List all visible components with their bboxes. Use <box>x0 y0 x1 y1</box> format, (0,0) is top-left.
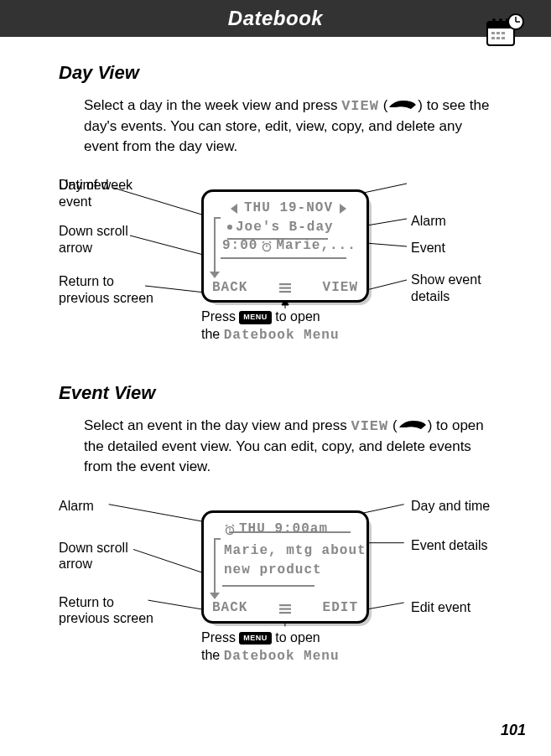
event-detail-line1: Marie, mtg about <box>224 541 366 560</box>
alarm-icon-2 <box>224 523 236 535</box>
down-scroll-arrow-icon <box>211 217 219 278</box>
menu-key-icon-2: MENU <box>239 632 272 645</box>
svg-rect-10 <box>502 32 505 34</box>
day-view-diagram: THU 19-NOV Joe's B-day 9:00 Marie,... <box>59 173 503 357</box>
untimed-event-text: Joe's B-day <box>236 218 334 236</box>
event-detail-line2: new product <box>224 561 322 579</box>
right-softkey-icon <box>387 96 418 108</box>
svg-rect-8 <box>491 32 495 34</box>
datebook-icon <box>484 13 526 50</box>
svg-rect-28 <box>279 287 291 289</box>
bullet-icon <box>227 225 232 230</box>
svg-point-3 <box>499 18 502 22</box>
back-softkey: BACK <box>212 278 247 297</box>
page-number: 101 <box>501 722 526 739</box>
header-bar: Datebook <box>0 0 551 37</box>
callout-down-scroll-2: Down scrollarrow <box>59 540 128 572</box>
day-view-para: Select a day in the week view and press … <box>84 96 501 156</box>
nav-left-icon <box>231 204 237 214</box>
svg-line-40 <box>226 525 227 526</box>
event-view-diagram: THU 9:00am Marie, mtg about new product … <box>59 494 503 682</box>
callout-day-time: Day and time <box>411 498 490 514</box>
callout-alarm-2: Alarm <box>59 498 94 514</box>
screen-date: THU 19-NOV <box>244 199 333 217</box>
screen-daytime: THU 9:00am <box>239 520 328 538</box>
alarm-icon <box>261 240 273 251</box>
svg-line-25 <box>263 241 264 243</box>
phone-screen-day: THU 19-NOV Joe's B-day 9:00 Marie,... <box>201 189 369 303</box>
svg-rect-44 <box>279 612 291 614</box>
callout-edit-event: Edit event <box>411 599 470 615</box>
svg-line-41 <box>232 525 234 526</box>
menu-key-icon: MENU <box>239 311 272 324</box>
event-view-heading: Event View <box>59 382 501 404</box>
svg-point-2 <box>492 18 496 22</box>
svg-rect-43 <box>279 608 291 609</box>
view-softkey-text: VIEW <box>341 98 379 114</box>
svg-rect-29 <box>279 291 291 293</box>
page-title: Datebook <box>228 7 323 30</box>
callout-return: Return toprevious screen <box>59 273 153 305</box>
callout-return-2: Return toprevious screen <box>59 594 153 626</box>
callout-down-scroll: Down scrollarrow <box>59 223 128 255</box>
view-softkey-text-2: VIEW <box>351 418 388 434</box>
menu-icon-2 <box>278 603 292 614</box>
menu-caption-2: Press MENU to openthe Datebook Menu <box>201 629 340 665</box>
svg-rect-9 <box>496 32 500 34</box>
event-view-para: Select an event in the day view and pres… <box>84 416 501 476</box>
svg-line-26 <box>269 241 271 243</box>
svg-rect-27 <box>279 283 291 285</box>
back-softkey-2: BACK <box>212 598 247 617</box>
edit-softkey: EDIT <box>323 598 358 617</box>
nav-right-icon <box>340 204 346 214</box>
callout-event-details: Event details <box>411 537 488 553</box>
down-scroll-arrow-icon-2 <box>211 538 219 599</box>
day-view-heading: Day View <box>59 62 501 84</box>
view-softkey: VIEW <box>323 278 358 297</box>
svg-rect-42 <box>279 604 291 606</box>
callout-day-of-week: Day of week <box>59 177 133 193</box>
svg-line-31 <box>133 549 211 575</box>
svg-rect-12 <box>496 37 500 39</box>
svg-rect-11 <box>491 37 495 39</box>
svg-line-15 <box>130 236 210 256</box>
callout-event: Event <box>411 240 445 256</box>
menu-caption: Press MENU to openthe Datebook Menu <box>201 308 340 344</box>
callout-alarm: Alarm <box>411 213 446 229</box>
right-softkey-icon-2 <box>398 417 428 428</box>
phone-screen-event: THU 9:00am Marie, mtg about new product … <box>201 510 369 624</box>
callout-show-details: Show eventdetails <box>411 272 481 303</box>
menu-icon <box>278 282 292 293</box>
svg-rect-13 <box>502 37 505 39</box>
